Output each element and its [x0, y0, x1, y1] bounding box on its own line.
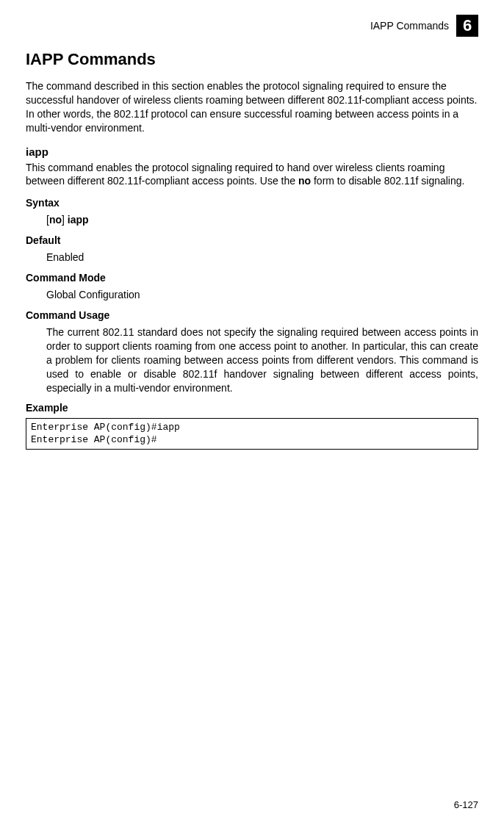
- command-description: This command enables the protocol signal…: [26, 161, 478, 189]
- page-number: 6-127: [454, 799, 478, 810]
- command-usage-label: Command Usage: [26, 309, 478, 321]
- page-header: IAPP Commands 6: [26, 15, 478, 37]
- command-desc-post: form to disable 802.11f signaling.: [311, 175, 464, 187]
- example-code: Enterprise AP(config)#iapp Enterprise AP…: [26, 418, 478, 450]
- page: IAPP Commands 6 IAPP Commands The comman…: [0, 0, 504, 825]
- chapter-number-box: 6: [456, 15, 478, 37]
- default-value: Enabled: [46, 251, 478, 264]
- section-intro: The command described in this section en…: [26, 79, 478, 135]
- command-mode-value: Global Configuration: [46, 288, 478, 302]
- default-label: Default: [26, 234, 478, 246]
- syntax-value: [no] iapp: [46, 213, 478, 227]
- command-usage-value: The current 802.11 standard does not spe…: [46, 325, 478, 395]
- syntax-bracket-close: ]: [62, 214, 68, 226]
- syntax-no: no: [49, 214, 62, 226]
- section-title: IAPP Commands: [26, 50, 478, 69]
- example-label: Example: [26, 402, 478, 414]
- syntax-cmd: iapp: [68, 214, 89, 226]
- command-name: iapp: [26, 145, 478, 158]
- running-title: IAPP Commands: [370, 20, 449, 32]
- command-desc-bold: no: [298, 175, 311, 187]
- command-mode-label: Command Mode: [26, 272, 478, 284]
- syntax-label: Syntax: [26, 197, 478, 209]
